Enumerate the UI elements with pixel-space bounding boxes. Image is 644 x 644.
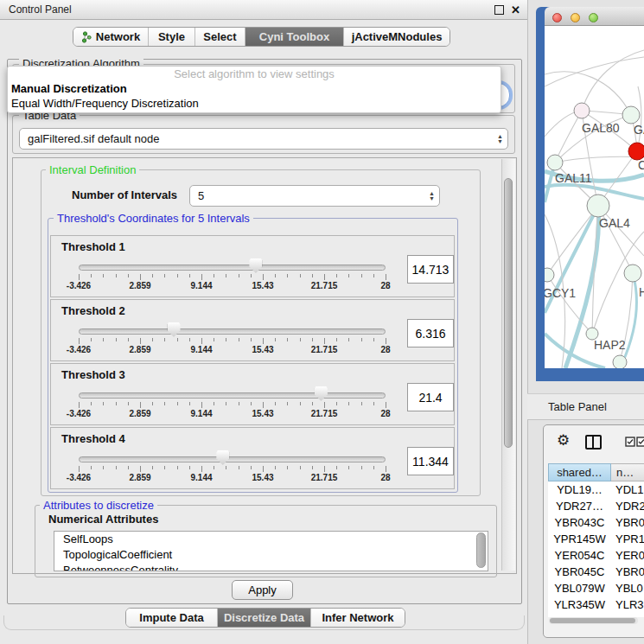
attributes-scrollbar[interactable] — [476, 532, 486, 568]
table-row[interactable]: YLR345WYLR3 — [548, 596, 644, 613]
threshold-value-field[interactable]: 11.344 — [407, 447, 454, 475]
tab-impute-data[interactable]: Impute Data — [126, 609, 217, 627]
tab-network[interactable]: Network — [73, 28, 148, 46]
table-data-combobox[interactable]: galFiltered.sif default node ▲▼ — [19, 128, 508, 150]
slider-thumb[interactable] — [249, 258, 262, 273]
tick-mark — [348, 274, 349, 277]
tick-label: 28 — [380, 409, 390, 418]
tick-mark — [79, 402, 80, 408]
network-node-gcy1[interactable] — [545, 268, 554, 282]
slider-track[interactable] — [79, 328, 386, 335]
list-item[interactable]: SelfLoops — [54, 532, 488, 547]
network-window-titlebar[interactable] — [545, 7, 644, 26]
threshold-value-field[interactable]: 21.4 — [407, 383, 454, 411]
table-hscrollbar-thumb[interactable] — [550, 618, 635, 623]
tick-mark — [164, 338, 165, 341]
network-node-gal4[interactable] — [587, 194, 609, 217]
attributes-scrollbar-thumb[interactable] — [476, 532, 486, 568]
tick-label: -3.426 — [67, 345, 91, 354]
table-row[interactable]: YBL079WYBL0 — [548, 580, 644, 596]
network-icon — [81, 31, 92, 43]
gear-icon[interactable]: ⚙ — [557, 431, 570, 450]
network-node-h[interactable] — [624, 265, 641, 282]
tick-mark — [373, 402, 374, 405]
slider-thumb[interactable] — [216, 450, 229, 465]
cell-shared-name: YBR043C — [548, 514, 611, 531]
network-graph[interactable]: GAL80GACGAL11GAL4GCY1HHAP2 — [545, 26, 644, 368]
cell-name: YBL0 — [615, 580, 643, 596]
tick-label: 21.715 — [311, 473, 338, 482]
table-hscrollbar[interactable] — [549, 617, 638, 624]
close-panel-icon[interactable]: ✕ — [511, 1, 520, 20]
table-header-shared-name[interactable]: shared… — [548, 463, 611, 481]
network-node-label: GA — [634, 123, 644, 137]
tick-mark — [201, 338, 202, 344]
slider-track[interactable] — [79, 456, 386, 462]
tick-mark — [373, 274, 374, 277]
tick-label: -3.426 — [67, 473, 91, 482]
threshold-value-field[interactable]: 14.713 — [407, 255, 454, 284]
network-canvas[interactable]: GAL80GACGAL11GAL4GCY1HHAP2 — [545, 26, 644, 368]
network-node[interactable] — [613, 355, 627, 368]
tab-cyni-toolbox[interactable]: Cyni Toolbox — [245, 28, 343, 46]
minimize-window-icon[interactable] — [571, 13, 580, 22]
tick-mark — [140, 274, 141, 280]
slider-track[interactable] — [79, 392, 386, 399]
list-item[interactable]: BetweennessCentrality — [54, 563, 488, 571]
tick-mark — [116, 338, 117, 341]
tick-mark — [300, 274, 301, 277]
network-node-c[interactable] — [628, 143, 644, 160]
tick-mark — [226, 338, 226, 341]
cell-shared-name: YPR145W — [548, 531, 611, 547]
tab-select[interactable]: Select — [194, 28, 245, 46]
table-row[interactable]: YBR043CYBR0 — [548, 514, 644, 531]
table-header-name[interactable]: n… — [611, 463, 644, 481]
slider-thumb[interactable] — [168, 322, 181, 337]
cell-shared-name: YBR045C — [548, 564, 611, 580]
tab-jactivemnodules[interactable]: jActiveMNodules — [343, 28, 450, 46]
network-edge[interactable] — [555, 111, 582, 163]
tick-mark — [348, 402, 349, 405]
network-node-gal80[interactable] — [574, 103, 590, 118]
float-panel-icon[interactable] — [494, 5, 504, 15]
list-item[interactable]: TopologicalCoefficient — [54, 547, 488, 563]
num-intervals-spinner[interactable]: 5 ▲▼ — [189, 185, 440, 207]
tick-mark — [116, 274, 117, 277]
table-row[interactable]: YPR145WYPR1 — [548, 531, 644, 547]
checkbox-icon[interactable] — [636, 437, 644, 447]
table-row[interactable]: YBR045CYBR0 — [548, 564, 644, 580]
tick-mark — [251, 274, 252, 277]
tick-mark — [152, 274, 153, 277]
algorithm-option[interactable]: Manual Discretization — [8, 81, 501, 96]
slider-thumb[interactable] — [315, 386, 328, 401]
table-row[interactable]: YDR27…YDR2 — [548, 498, 644, 514]
table-panel-title: Table Panel — [548, 394, 607, 419]
node-table[interactable]: YDL19…YDL1YDR27…YDR2YBR043CYBR0YPR145WYP… — [548, 463, 644, 617]
settings-scrollbar-thumb[interactable] — [504, 178, 513, 448]
cell-shared-name: YBL079W — [548, 580, 611, 596]
apply-button[interactable]: Apply — [232, 580, 293, 600]
network-edge[interactable] — [582, 50, 644, 111]
threshold-label: Threshold 3 — [61, 368, 125, 381]
tab-style[interactable]: Style — [148, 28, 194, 46]
zoom-window-icon[interactable] — [589, 13, 598, 22]
network-node-gal11[interactable] — [547, 155, 563, 170]
tab-discretize-data[interactable]: Discretize Data — [217, 609, 310, 627]
settings-scrollbar[interactable] — [501, 159, 515, 571]
cell-name: YDR2 — [615, 498, 644, 514]
tick-mark — [287, 338, 288, 341]
checkbox-icon[interactable] — [625, 437, 635, 447]
split-columns-icon[interactable] — [585, 435, 602, 450]
tick-mark — [79, 338, 80, 344]
attributes-list[interactable]: SelfLoopsTopologicalCoefficientBetweenne… — [54, 531, 488, 571]
algorithm-option[interactable]: Equal Width/Frequency Discretization — [8, 96, 501, 111]
network-node-ga[interactable] — [622, 106, 640, 124]
slider-track[interactable] — [79, 265, 386, 271]
tab-infer-network[interactable]: Infer Network — [310, 609, 405, 627]
table-row[interactable]: YER054CYER0 — [548, 547, 644, 564]
close-window-icon[interactable] — [552, 13, 562, 22]
tick-mark — [103, 338, 104, 341]
threshold-value-field[interactable]: 6.316 — [407, 319, 454, 348]
table-row[interactable]: YDL19…YDL1 — [548, 481, 644, 498]
tick-mark — [263, 402, 264, 408]
